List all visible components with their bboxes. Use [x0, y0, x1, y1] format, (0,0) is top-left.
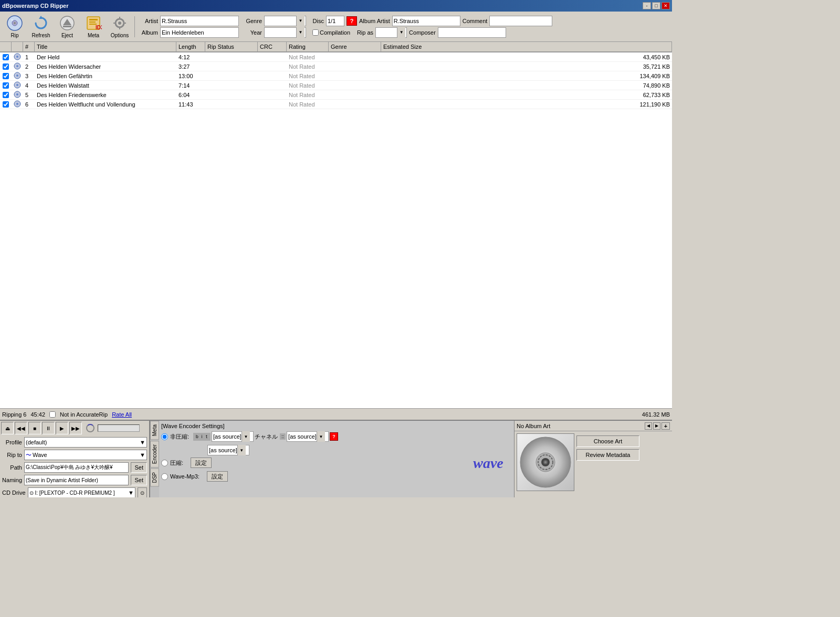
genre-combo[interactable]: ▼: [264, 16, 306, 26]
svg-rect-10: [89, 22, 96, 23]
rip-as-combo[interactable]: ▼: [375, 27, 407, 38]
path-combo[interactable]: G:\Classic\Pop¥中島 みゆき¥大吟醸¥: [24, 462, 129, 473]
meta-button[interactable]: ID3 Meta: [81, 13, 106, 40]
eject-transport-button[interactable]: ⏏: [1, 422, 14, 434]
track-crc: [258, 94, 287, 95]
path-set-button[interactable]: Set: [131, 462, 147, 473]
track-title: Des Helden Walstatt: [35, 82, 176, 89]
table-row[interactable]: 4 Des Helden Walstatt 7:14 Not Rated 74,…: [0, 81, 672, 90]
wave-mp3-set-button[interactable]: 設定: [207, 471, 228, 482]
svg-point-20: [16, 56, 18, 58]
pause-button[interactable]: ⏸: [42, 422, 55, 434]
table-row[interactable]: 1 Der Held 4:12 Not Rated 43,450 KB: [0, 52, 672, 62]
track-number: 5: [23, 91, 35, 99]
window-title: dBpoweramp CD Ripper: [2, 3, 69, 9]
svg-rect-16: [119, 27, 120, 29]
play-button[interactable]: ▶: [56, 422, 68, 434]
cd-drive-combo[interactable]: ⊙ I: [PLEXTОР - CD-R PREMIUM2 ] ▼: [28, 487, 135, 497]
table-row[interactable]: 3 Des Helden Gefährtin 13:00 Not Rated 1…: [0, 71, 672, 81]
album-art-image: [517, 433, 574, 491]
album-artist-input[interactable]: [392, 16, 460, 26]
disc-input[interactable]: [326, 16, 344, 26]
review-metadata-button[interactable]: Review Metadata: [576, 449, 639, 461]
comment-input[interactable]: [489, 16, 552, 26]
th-rip-status[interactable]: Rip Status: [205, 42, 258, 51]
compress-radio[interactable]: [161, 460, 168, 466]
year-combo[interactable]: ▼: [264, 27, 306, 38]
refresh-label: Refresh: [32, 33, 50, 38]
next-button[interactable]: ▶▶: [69, 422, 82, 434]
dsp-tab[interactable]: DSP: [150, 469, 159, 487]
track-crc: [258, 76, 287, 77]
meta-tab[interactable]: Meta: [150, 421, 159, 440]
row-checkbox-cell: [0, 101, 12, 108]
th-num[interactable]: #: [23, 42, 35, 51]
transport-buttons: ⏏ ◀◀ ■ ⏸ ▶ ▶▶: [0, 421, 149, 435]
toolbar-row-2: Album Year ▼ Compilation Rip as ▼ Compos…: [137, 27, 670, 38]
cd-drive-action-button[interactable]: ⊙: [138, 487, 147, 497]
options-button[interactable]: Options: [107, 13, 132, 40]
track-number: 1: [23, 54, 35, 61]
accuraterip-checkbox[interactable]: [49, 411, 56, 418]
wave-icon: 〜: [26, 451, 32, 459]
track-crc: [258, 104, 287, 105]
channel-combo[interactable]: [as source] ▼: [287, 431, 329, 442]
table-row[interactable]: 5 Des Helden Friedenswerke 6:04 Not Rate…: [0, 90, 672, 100]
stop-button[interactable]: ■: [28, 422, 41, 434]
encoder-tab[interactable]: Encoder: [150, 441, 159, 467]
compress-set-button[interactable]: 設定: [191, 458, 212, 468]
toolbar-fields: Artist Genre ▼ Disc ? Album Artist Comme…: [137, 16, 670, 38]
rate-all-link[interactable]: Rate All: [112, 411, 132, 418]
art-next-button[interactable]: ▶: [653, 422, 660, 430]
naming-combo[interactable]: (Save in Dynamic Artist Folder): [24, 475, 129, 485]
art-header: No Album Art ◀ ▶ +: [514, 421, 672, 431]
prev-button[interactable]: ◀◀: [15, 422, 27, 434]
cd-drive-row: CD Drive ⊙ I: [PLEXTОР - CD-R PREMIUM2 ]…: [2, 487, 147, 497]
th-est-size[interactable]: Estimated Size: [381, 42, 672, 51]
table-row[interactable]: 6 Des Helden Weltflucht und Vollendung 1…: [0, 100, 672, 109]
table-row[interactable]: 2 Des Helden Widersacher 3:27 Not Rated …: [0, 62, 672, 71]
th-genre[interactable]: Genre: [329, 42, 381, 51]
track-checkbox[interactable]: [3, 92, 9, 98]
track-checkbox[interactable]: [3, 54, 9, 60]
wave-mp3-radio[interactable]: [161, 473, 168, 480]
profile-combo[interactable]: (default) ▼: [24, 437, 147, 448]
minimize-button[interactable]: -: [643, 2, 651, 9]
track-number: 3: [23, 72, 35, 80]
track-number: 4: [23, 82, 35, 89]
eject-button[interactable]: Eject: [55, 13, 80, 40]
refresh-button[interactable]: Refresh: [28, 13, 54, 40]
transport-area: ⏏ ◀◀ ■ ⏸ ▶ ▶▶ Profile (default) ▼: [0, 421, 150, 497]
th-rating[interactable]: Rating: [287, 42, 329, 51]
naming-set-button[interactable]: Set: [131, 475, 147, 485]
no-album-art-label: No Album Art: [517, 423, 550, 429]
track-checkbox[interactable]: [3, 73, 9, 79]
rip-to-value: Wave: [33, 452, 47, 458]
track-checkbox[interactable]: [3, 101, 9, 108]
meta-label: Meta: [88, 33, 99, 38]
toolbar: Rip Refresh Eject: [0, 12, 672, 42]
artist-input[interactable]: [160, 16, 239, 26]
bit-depth-combo[interactable]: [as source] ▼: [212, 431, 254, 442]
composer-input[interactable]: [438, 27, 506, 38]
th-crc[interactable]: CRC: [258, 42, 287, 51]
rip-button[interactable]: Rip: [2, 13, 27, 40]
th-title[interactable]: Title: [35, 42, 176, 51]
maximize-button[interactable]: □: [652, 2, 660, 9]
compilation-checkbox[interactable]: [312, 29, 319, 36]
bit-depth-arrow-icon: ▼: [242, 431, 250, 442]
row-icon-cell: [12, 100, 23, 109]
rip-to-combo[interactable]: 〜 Wave ▼: [24, 450, 147, 460]
art-add-button[interactable]: +: [662, 422, 670, 430]
track-checkbox[interactable]: [3, 82, 9, 89]
art-prev-button[interactable]: ◀: [645, 422, 652, 430]
track-checkbox[interactable]: [3, 63, 9, 70]
track-rip-status: [205, 57, 258, 58]
close-button[interactable]: ✕: [662, 2, 670, 9]
second-as-source-combo[interactable]: [as source] ▼: [207, 445, 249, 455]
choose-art-button[interactable]: Choose Art: [576, 435, 639, 447]
th-length[interactable]: Length: [176, 42, 205, 51]
no-compress-radio[interactable]: [161, 433, 168, 440]
art-panel: No Album Art ◀ ▶ +: [514, 421, 672, 497]
album-input[interactable]: [160, 27, 239, 38]
